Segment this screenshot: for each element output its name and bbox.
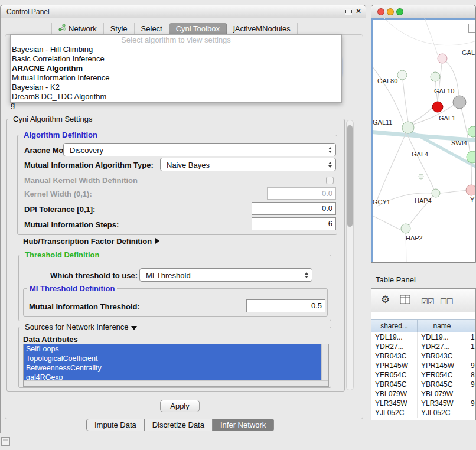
control-panel-titlebar[interactable]: Control Panel ✕: [1, 5, 366, 18]
algorithm-option[interactable]: Dream8 DC_TDC Algorithm: [11, 92, 341, 102]
tab-style[interactable]: Style: [104, 23, 135, 35]
restore-panel-icon[interactable]: [1, 437, 10, 446]
dpi-tolerance-input[interactable]: 0.0: [252, 202, 336, 215]
columns-icon[interactable]: [400, 295, 410, 307]
table-row[interactable]: YBL079WYBL079W: [371, 389, 475, 399]
hub-section-toggle[interactable]: Hub/Transcription Factor Definition: [23, 237, 159, 246]
network-node[interactable]: [468, 126, 476, 137]
network-edge[interactable]: [461, 108, 471, 185]
tab-select[interactable]: Select: [135, 23, 169, 35]
network-edge[interactable]: [402, 75, 408, 122]
dpi-tolerance-label: DPI Tolerance [0,1]:: [24, 205, 95, 214]
table-cell: 8.: [467, 370, 475, 380]
network-node[interactable]: [466, 185, 476, 195]
table-row[interactable]: YDR27...YDR27...12: [371, 342, 475, 351]
node-label: GAL10: [434, 87, 454, 94]
settings-scrollbar[interactable]: [346, 120, 354, 390]
table-row[interactable]: YBR043CYBR043C: [371, 351, 475, 361]
algorithm-option[interactable]: Bayesian - K2: [11, 83, 341, 92]
combo-arrows-icon: [305, 272, 308, 278]
settings-scrollbar-thumb[interactable]: [347, 125, 353, 227]
network-edge[interactable]: [373, 214, 402, 230]
attribute-item[interactable]: BetweennessCentrality: [24, 363, 324, 373]
table-row[interactable]: YJL052CYJL052C: [371, 408, 475, 418]
network-node[interactable]: [419, 174, 423, 179]
algorithm-option[interactable]: Basic Correlation Inference: [11, 54, 341, 64]
expand-right-icon: [155, 238, 159, 244]
close-icon[interactable]: ✕: [356, 7, 361, 15]
column-header-name[interactable]: name: [418, 320, 467, 332]
aracne-mode-select[interactable]: Discovery: [63, 143, 336, 156]
network-node[interactable]: [432, 102, 443, 112]
data-attributes-list[interactable]: SelfLoopsTopologicalCoefficientBetweenne…: [23, 344, 329, 387]
network-window-titlebar[interactable]: [371, 5, 475, 18]
node-label: GAL4: [412, 151, 428, 158]
collapse-down-icon: [131, 326, 137, 330]
attributes-list-hscrollbar[interactable]: [24, 380, 328, 386]
network-node[interactable]: [431, 72, 440, 81]
network-edge[interactable]: [373, 61, 403, 122]
bottom-tab-discretize-data[interactable]: Discretize Data: [145, 419, 213, 431]
gear-icon[interactable]: ⚙: [381, 294, 390, 306]
algorithm-popup-items: Bayesian - Hill ClimbingBasic Correlatio…: [11, 45, 341, 102]
network-node[interactable]: [432, 189, 440, 197]
select-none-icon[interactable]: ☐☐: [440, 296, 452, 308]
network-edge[interactable]: [376, 133, 406, 203]
network-node[interactable]: [402, 122, 414, 133]
control-panel-title: Control Panel: [6, 8, 50, 16]
select-all-icon[interactable]: ☑☑: [421, 296, 433, 308]
algorithm-option[interactable]: Mutual Information Inference: [11, 73, 341, 83]
apply-button[interactable]: Apply: [160, 400, 200, 412]
attribute-item[interactable]: SelfLoops: [24, 344, 324, 354]
bottom-tab-impute-data[interactable]: Impute Data: [86, 419, 145, 431]
network-node[interactable]: [401, 224, 410, 233]
column-header-shared[interactable]: shared...: [371, 320, 418, 332]
network-edge[interactable]: [425, 18, 438, 55]
network-node[interactable]: [438, 54, 447, 63]
table-row[interactable]: YER054CYER054C8.: [371, 370, 475, 380]
float-window-icon[interactable]: [345, 9, 352, 15]
table-header-row: shared... name: [371, 319, 475, 332]
mi-threshold-label: Mutual Information Threshold:: [29, 302, 140, 311]
mi-threshold-input[interactable]: 0.5: [246, 299, 325, 312]
table-row[interactable]: YLR345WYLR345W9.: [371, 399, 475, 408]
algorithm-option[interactable]: Bayesian - Hill Climbing: [11, 45, 341, 54]
table-cell: YPR145W: [418, 361, 467, 370]
table-row[interactable]: YBR045CYBR045C9.: [371, 380, 475, 389]
network-edge[interactable]: [440, 190, 467, 193]
tab-cyni-toolbox[interactable]: Cyni Toolbox: [169, 23, 227, 35]
network-edge[interactable]: [384, 18, 476, 45]
table-cell: YJL052C: [418, 408, 467, 418]
attribute-item[interactable]: TopologicalCoefficient: [24, 354, 324, 363]
network-node[interactable]: [453, 96, 466, 109]
close-traffic-light[interactable]: [377, 8, 384, 15]
table-row[interactable]: YPR145WYPR145W9.: [371, 361, 475, 370]
canvas-corner-widget[interactable]: [468, 24, 476, 33]
mi-type-select[interactable]: Naive Bayes: [160, 158, 336, 171]
which-threshold-label: Which threshold to use:: [50, 271, 138, 280]
tab-network[interactable]: Network: [51, 23, 104, 35]
table-cell: YBL079W: [371, 389, 418, 399]
kernel-width-input: 0.0: [267, 187, 336, 200]
bottom-tab-infer-network[interactable]: Infer Network: [213, 419, 274, 431]
mi-type-value: Naive Bayes: [167, 160, 210, 169]
table-row[interactable]: YDL19...YDL19...13: [371, 332, 475, 342]
network-canvas[interactable]: GALGAL80GAL10GAL11GAL1SWI4GAL4GCY1HAP4HA…: [371, 18, 476, 263]
table-panel-window: ⚙ ☑☑ ☐☐ shared... name YDL19...YDL19...1…: [371, 288, 476, 420]
hub-section-label: Hub/Transcription Factor Definition: [23, 237, 152, 246]
column-header-partial[interactable]: [467, 320, 475, 332]
table-cell: YBR043C: [371, 351, 418, 361]
algorithm-option[interactable]: ARACNE Algorithm: [11, 64, 341, 73]
sources-group-toggle[interactable]: Sources for Network Inference: [22, 322, 139, 331]
tab-jactivemnodules[interactable]: jActiveMNodules: [227, 23, 298, 35]
network-node[interactable]: [467, 151, 476, 163]
node-label: HAP4: [415, 197, 432, 204]
which-threshold-select[interactable]: MI Threshold: [139, 268, 312, 282]
zoom-traffic-light[interactable]: [396, 8, 403, 15]
table-cell: 9.: [467, 380, 475, 389]
table-cell: YBR043C: [418, 351, 467, 361]
network-node[interactable]: [397, 70, 407, 80]
minimize-traffic-light[interactable]: [387, 8, 394, 15]
node-label: GAL80: [377, 77, 397, 84]
mi-steps-input[interactable]: 6: [252, 217, 336, 230]
